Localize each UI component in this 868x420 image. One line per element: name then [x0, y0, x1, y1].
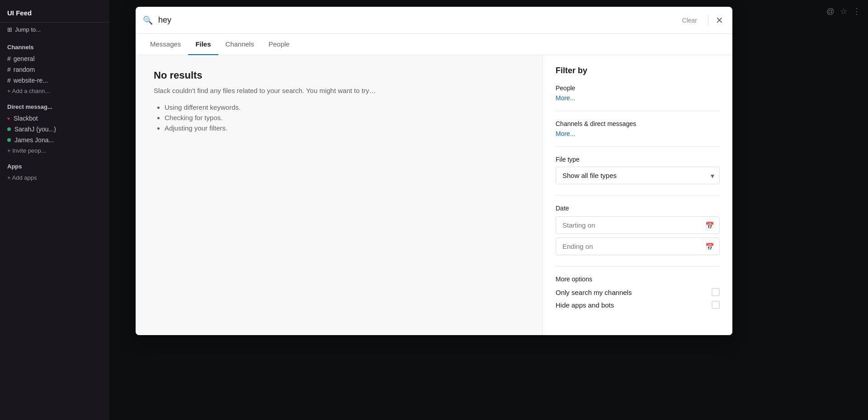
dm-section-label: Direct messag...	[0, 96, 109, 113]
james-status-icon	[7, 138, 11, 142]
tab-people-label: People	[269, 40, 290, 48]
tab-messages[interactable]: Messages	[143, 34, 188, 55]
file-type-select[interactable]: Show all file types Images Documents Spr…	[556, 167, 720, 184]
suggestion-3: Adjusting your filters.	[165, 124, 524, 132]
add-channel-label: + Add a chann...	[7, 88, 50, 94]
search-tabs: Messages Files Channels People	[136, 34, 732, 55]
filter-title: Filter by	[556, 66, 720, 75]
channel-general[interactable]: # general	[0, 53, 109, 64]
channel-name: website-re...	[14, 77, 48, 84]
add-apps-label: + Add apps	[7, 174, 37, 181]
filter-panel: Filter by People More... Channels & dire…	[542, 55, 732, 335]
channel-hash-icon: #	[7, 55, 11, 62]
date-inputs-group: 📅 📅	[556, 216, 720, 255]
add-channel-button[interactable]: + Add a chann...	[0, 86, 109, 96]
add-apps-button[interactable]: + Add apps	[0, 173, 109, 183]
channels-section-label: Channels	[0, 37, 109, 53]
dm-name: Slackbot	[14, 115, 38, 122]
channel-website-re[interactable]: # website-re...	[0, 75, 109, 86]
hide-apps-row: Hide apps and bots	[556, 301, 720, 309]
no-results-list: Using different keywords. Checking for t…	[154, 103, 524, 132]
divider-3	[556, 195, 720, 196]
channels-filter-label: Channels & direct messages	[556, 120, 720, 127]
results-area: No results Slack couldn't find any files…	[136, 55, 542, 335]
suggestion-2: Checking for typos.	[165, 114, 524, 121]
no-results-title: No results	[154, 70, 524, 81]
only-my-channels-row: Only search my channels	[556, 288, 720, 296]
slackbot-status-icon: ♥	[7, 116, 10, 121]
only-my-channels-checkbox[interactable]	[712, 288, 720, 296]
channel-name: general	[14, 55, 35, 62]
dm-slackbot[interactable]: ♥ Slackbot	[0, 113, 109, 124]
only-my-channels-label: Only search my channels	[556, 289, 632, 296]
search-bar: 🔍 hey Clear ✕	[136, 7, 732, 34]
dm-james[interactable]: James Jona...	[0, 135, 109, 145]
more-options-label: More options	[556, 275, 720, 283]
tab-messages-label: Messages	[150, 40, 181, 48]
search-modal: 🔍 hey Clear ✕ Messages Files Channels Pe…	[136, 7, 732, 335]
sarahj-status-icon	[7, 127, 11, 131]
channel-name: random	[14, 66, 35, 73]
jump-to-label: Jump to...	[15, 26, 41, 33]
dm-name: James Jona...	[14, 136, 54, 144]
clear-button[interactable]: Clear	[677, 15, 703, 26]
channel-hash-icon: #	[7, 77, 11, 84]
divider-4	[556, 266, 720, 266]
invite-label: + Invite peop...	[7, 147, 46, 154]
file-type-select-wrapper: Show all file types Images Documents Spr…	[556, 167, 720, 184]
divider-1	[556, 111, 720, 111]
hide-apps-label: Hide apps and bots	[556, 301, 614, 309]
date-label: Date	[556, 205, 720, 212]
search-content: No results Slack couldn't find any files…	[136, 55, 732, 335]
divider-2	[556, 146, 720, 147]
suggestion-1: Using different keywords.	[165, 103, 524, 111]
workspace-name: UI Feed	[7, 9, 32, 17]
channel-hash-icon: #	[7, 66, 11, 73]
search-input[interactable]: hey	[158, 15, 671, 25]
jump-to-button[interactable]: ⊞ Jump to...	[0, 23, 109, 37]
people-filter-label: People	[556, 84, 720, 92]
channels-filter-section: Channels & direct messages More...	[556, 120, 720, 137]
dm-sarahj[interactable]: SarahJ (you...)	[0, 124, 109, 135]
file-type-label: File type	[556, 156, 720, 163]
ending-on-input[interactable]	[556, 238, 720, 255]
people-filter-section: People More...	[556, 84, 720, 102]
close-button[interactable]: ✕	[714, 13, 725, 28]
search-divider	[708, 15, 708, 26]
tab-files-label: Files	[195, 40, 211, 48]
channels-more-link[interactable]: More...	[556, 130, 720, 137]
starting-on-input[interactable]	[556, 216, 720, 234]
starting-on-wrapper: 📅	[556, 216, 720, 234]
no-results-subtitle: Slack couldn't find any files related to…	[154, 87, 524, 94]
invite-people-button[interactable]: + Invite peop...	[0, 145, 109, 156]
workspace-header[interactable]: UI Feed	[0, 0, 109, 23]
tab-channels-label: Channels	[226, 40, 254, 48]
apps-section-label: Apps	[0, 156, 109, 173]
hide-apps-checkbox[interactable]	[712, 301, 720, 309]
tab-people[interactable]: People	[261, 34, 297, 55]
sidebar: UI Feed ⊞ Jump to... Channels # general …	[0, 0, 109, 420]
search-icon: 🔍	[143, 15, 153, 25]
ending-on-wrapper: 📅	[556, 238, 720, 255]
jump-to-icon: ⊞	[7, 26, 12, 33]
tab-files[interactable]: Files	[188, 34, 218, 55]
dm-name: SarahJ (you...)	[14, 126, 56, 133]
people-more-link[interactable]: More...	[556, 94, 720, 102]
channel-random[interactable]: # random	[0, 64, 109, 75]
tab-channels[interactable]: Channels	[218, 34, 261, 55]
